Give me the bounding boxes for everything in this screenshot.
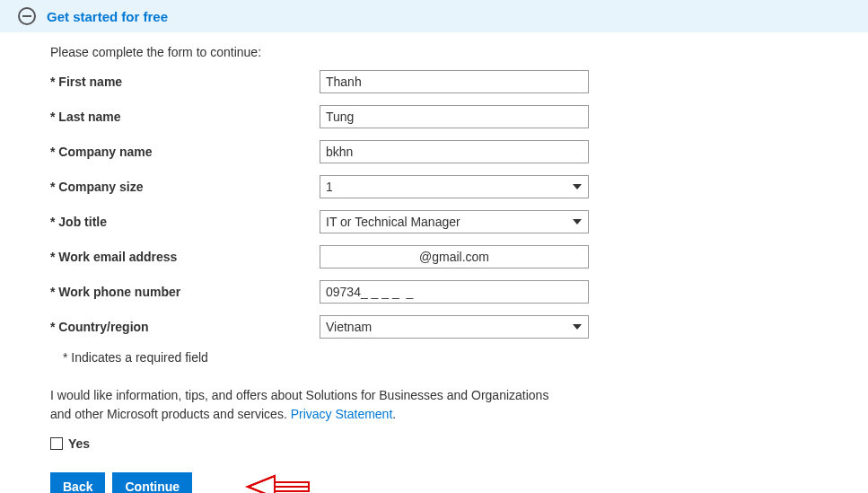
input-work-phone[interactable]	[320, 280, 589, 304]
checkbox-yes[interactable]	[50, 437, 63, 450]
row-work-phone: * Work phone number	[50, 280, 818, 304]
select-wrap-company-size: 1	[320, 175, 589, 198]
input-last-name[interactable]	[320, 105, 589, 128]
banner-title: Get started for free	[47, 9, 168, 24]
privacy-link[interactable]: Privacy Statement	[291, 407, 393, 421]
label-job-title: * Job title	[50, 215, 320, 229]
form-intro: Please complete the form to continue:	[50, 45, 818, 59]
required-note: * Indicates a required field	[63, 350, 818, 365]
select-country[interactable]: Vietnam	[320, 315, 589, 339]
form-area: Please complete the form to continue: * …	[0, 32, 868, 493]
banner[interactable]: Get started for free	[0, 0, 868, 32]
label-country: * Country/region	[50, 320, 320, 334]
button-row: Back Continue	[50, 472, 818, 493]
continue-button[interactable]: Continue	[112, 472, 192, 493]
label-work-phone: * Work phone number	[50, 285, 320, 299]
row-job-title: * Job title IT or Technical Manager	[50, 210, 818, 233]
select-wrap-country: Vietnam	[320, 315, 589, 339]
label-company-size: * Company size	[50, 180, 320, 194]
row-company-size: * Company size 1	[50, 175, 818, 198]
consent-text-b: .	[392, 407, 396, 421]
back-button[interactable]: Back	[50, 472, 105, 493]
row-last-name: * Last name	[50, 105, 818, 128]
select-wrap-job-title: IT or Technical Manager	[320, 210, 589, 233]
consent-text: I would like information, tips, and offe…	[50, 386, 553, 424]
input-company-name[interactable]	[320, 140, 589, 163]
row-work-email: * Work email address	[50, 245, 818, 269]
select-company-size[interactable]: 1	[320, 175, 589, 198]
collapse-icon[interactable]	[18, 7, 36, 25]
minus-icon	[22, 15, 31, 17]
checkbox-row: Yes	[50, 436, 818, 451]
label-last-name: * Last name	[50, 110, 320, 124]
input-work-email[interactable]	[320, 245, 589, 269]
row-first-name: * First name	[50, 70, 818, 93]
select-job-title[interactable]: IT or Technical Manager	[320, 210, 589, 233]
input-first-name[interactable]	[320, 70, 589, 93]
label-company-name: * Company name	[50, 145, 320, 159]
checkbox-label: Yes	[68, 436, 90, 451]
row-company-name: * Company name	[50, 140, 818, 163]
label-work-email: * Work email address	[50, 250, 320, 264]
label-first-name: * First name	[50, 75, 320, 89]
row-country: * Country/region Vietnam	[50, 315, 818, 339]
arrow-annotation-icon	[239, 473, 311, 493]
